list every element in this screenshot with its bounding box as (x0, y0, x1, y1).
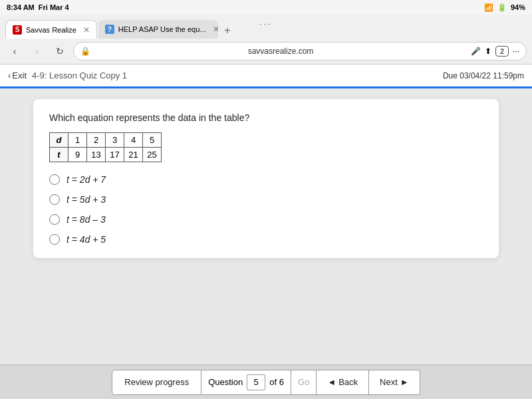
tab-help[interactable]: ? HELP ASAP Use the equ... ✕ (98, 20, 218, 39)
table-header-t: t (50, 148, 68, 162)
browser-chrome: ··· S Savvas Realize ✕ ? HELP ASAP Use t… (0, 15, 532, 65)
table-t2: 13 (87, 148, 106, 162)
share-icon[interactable]: ⬆ (485, 47, 491, 56)
choice-d[interactable]: t = 4d + 5 (49, 234, 483, 245)
wifi-icon: 📶 (484, 3, 493, 12)
status-bar: 8:34 AM Fri Mar 4 📶 🔋 94% (0, 0, 532, 15)
tab-savvas-label: Savvas Realize (26, 26, 76, 34)
answer-choices: t = 2d + 7 t = 5d + 3 t = 8d – 3 t = 4d … (49, 174, 483, 245)
table-d3: 3 (106, 133, 124, 148)
exit-label: Exit (12, 70, 27, 80)
question-text: Which equation represents the data in th… (49, 112, 483, 123)
more-icon[interactable]: ··· (513, 47, 519, 56)
review-progress-button[interactable]: Review progress (112, 370, 201, 395)
table-d2: 2 (87, 133, 106, 148)
table-t5: 25 (143, 148, 162, 162)
tab-help-close[interactable]: ✕ (213, 25, 218, 34)
due-date: Due 03/04/22 11:59pm (443, 71, 524, 80)
url-text: savvasrealize.com (94, 47, 467, 56)
table-d1: 1 (68, 133, 87, 148)
next-label: Next (380, 377, 398, 387)
choice-d-text: t = 4d + 5 (66, 234, 106, 245)
breadcrumb: 4-9: Lesson Quiz Copy 1 (32, 70, 127, 80)
table-header-d: d (50, 133, 68, 148)
app-header: ‹ Exit 4-9: Lesson Quiz Copy 1 Due 03/04… (0, 65, 532, 88)
choice-b-text: t = 5d + 3 (66, 194, 106, 205)
radio-a[interactable] (49, 174, 60, 185)
question-card: Which equation represents the data in th… (33, 99, 499, 258)
reload-button[interactable]: ↻ (51, 42, 69, 61)
choice-c-text: t = 8d – 3 (66, 214, 106, 225)
next-button[interactable]: Next ► (369, 370, 420, 395)
address-bar[interactable]: 🔒 savvasrealize.com 🎤 ⬆ 2 ··· (73, 42, 527, 61)
radio-b[interactable] (49, 194, 60, 205)
of-label: of 6 (269, 377, 284, 387)
content-area: Which equation represents the data in th… (0, 88, 532, 365)
lock-icon: 🔒 (80, 47, 90, 56)
choice-a[interactable]: t = 2d + 7 (49, 174, 483, 185)
tab-help-label: HELP ASAP Use the equ... (118, 25, 206, 33)
address-bar-row: ‹ › ↻ 🔒 savvasrealize.com 🎤 ⬆ 2 ··· (0, 39, 532, 64)
radio-c[interactable] (49, 214, 60, 225)
question-number-input[interactable] (247, 374, 265, 390)
table-t3: 17 (106, 148, 124, 162)
back-nav-button[interactable]: ‹ (5, 42, 24, 61)
next-arrow-icon: ► (400, 377, 409, 387)
choice-b[interactable]: t = 5d + 3 (49, 194, 483, 205)
bottom-toolbar: Review progress Question of 6 Go ◄ Back … (0, 364, 532, 399)
table-d5: 5 (143, 133, 162, 148)
status-time: 8:34 AM (7, 3, 35, 11)
table-t4: 21 (124, 148, 143, 162)
question-nav: Question of 6 (201, 370, 291, 395)
go-button[interactable]: Go (291, 370, 317, 395)
new-tab-button[interactable]: + (219, 23, 235, 39)
tab-savvas[interactable]: S Savvas Realize ✕ (5, 20, 97, 39)
tab-count[interactable]: 2 (495, 46, 509, 57)
battery-icon: 🔋 (497, 3, 507, 12)
back-label: Back (338, 377, 358, 387)
choice-c[interactable]: t = 8d – 3 (49, 214, 483, 225)
status-day: Fri Mar 4 (39, 3, 69, 11)
tab-savvas-close[interactable]: ✕ (83, 25, 90, 35)
radio-d[interactable] (49, 234, 60, 245)
battery-level: 94% (511, 3, 525, 11)
table-t1: 9 (68, 148, 87, 162)
savvas-favicon: S (13, 25, 22, 35)
data-table: d 1 2 3 4 5 t 9 13 17 21 25 (49, 132, 162, 162)
chevron-left-icon: ‹ (8, 70, 11, 80)
help-favicon: ? (105, 25, 114, 34)
back-arrow-icon: ◄ (327, 377, 336, 387)
exit-button[interactable]: ‹ Exit (8, 70, 27, 80)
microphone-icon[interactable]: 🎤 (471, 47, 481, 56)
choice-a-text: t = 2d + 7 (66, 174, 106, 185)
forward-nav-button[interactable]: › (28, 42, 47, 61)
question-label: Question (208, 377, 243, 387)
back-button[interactable]: ◄ Back (317, 370, 369, 395)
table-d4: 4 (124, 133, 143, 148)
